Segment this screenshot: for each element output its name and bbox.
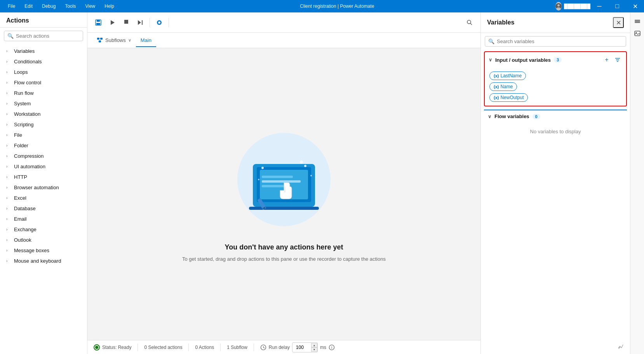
var-chip-newoutput[interactable]: (x) NewOutput: [489, 93, 528, 102]
stop-button[interactable]: [120, 16, 132, 29]
var-chip-lastname-label: LastName: [500, 73, 522, 78]
var-section-actions: +: [602, 55, 622, 65]
action-item-label: File: [14, 132, 22, 138]
input-output-variables-section: ∨ Input / output variables 3 + (x) LastN…: [484, 51, 627, 106]
actions-search-box[interactable]: 🔍: [4, 31, 83, 41]
action-item-outlook[interactable]: › Outlook: [0, 235, 87, 245]
action-item-label: Conditionals: [14, 59, 42, 65]
svg-rect-24: [249, 207, 319, 210]
input-output-section-header[interactable]: ∨ Input / output variables 3 +: [485, 52, 626, 68]
flow-section-label: Flow variables: [494, 113, 529, 119]
action-item-browser-automation[interactable]: › Browser automation: [0, 182, 87, 193]
action-item-folder[interactable]: › Folder: [0, 140, 87, 151]
menu-view[interactable]: View: [80, 2, 100, 10]
action-item-exchange[interactable]: › Exchange: [0, 224, 87, 235]
search-toolbar-button[interactable]: [463, 16, 476, 29]
save-button[interactable]: [92, 16, 104, 29]
tab-main[interactable]: Main: [136, 34, 156, 47]
svg-rect-15: [100, 38, 103, 40]
menu-tools[interactable]: Tools: [60, 2, 80, 10]
action-item-file[interactable]: › File: [0, 130, 87, 140]
action-item-label: Folder: [14, 143, 28, 148]
content-area: Subflows ∨ Main: [87, 12, 480, 354]
menu-debug[interactable]: Debug: [37, 2, 60, 10]
action-item-label: Browser automation: [14, 185, 59, 190]
chevron-right-icon: ›: [6, 80, 11, 85]
menu-edit[interactable]: Edit: [20, 2, 37, 10]
status-text: Status: Ready: [102, 345, 131, 350]
action-item-email[interactable]: › Email: [0, 214, 87, 224]
action-item-label: Excel: [14, 195, 26, 201]
maximize-button[interactable]: □: [608, 0, 626, 12]
record-button[interactable]: [153, 16, 165, 29]
menu-bar: File Edit Debug Tools View Help: [0, 2, 119, 10]
action-item-run-flow[interactable]: › Run flow: [0, 88, 87, 98]
action-item-label: Workstation: [14, 111, 40, 117]
action-item-http[interactable]: › HTTP: [0, 172, 87, 182]
action-item-label: Exchange: [14, 227, 37, 232]
image-button[interactable]: [632, 28, 643, 39]
svg-point-12: [467, 20, 471, 24]
var-chip-lastname[interactable]: (x) LastName: [489, 71, 526, 80]
svg-rect-4: [97, 20, 100, 22]
input-output-section-label: Input / output variables: [495, 57, 551, 63]
spinner-down[interactable]: ▼: [311, 347, 317, 352]
action-item-loops[interactable]: › Loops: [0, 67, 87, 77]
filter-variables-button[interactable]: [613, 55, 622, 65]
svg-rect-42: [635, 20, 640, 21]
var-chip-name[interactable]: (x) Name: [489, 82, 517, 91]
variables-close-button[interactable]: ✕: [613, 17, 624, 28]
svg-point-27: [304, 165, 306, 167]
flow-section-header[interactable]: ∨ Flow variables 0: [484, 110, 627, 122]
flow-variables-section: ∨ Flow variables 0 No variables to displ…: [484, 110, 627, 141]
step-button[interactable]: [134, 16, 146, 29]
run-delay-input[interactable]: [292, 343, 311, 352]
layers-button[interactable]: [632, 16, 643, 26]
spinner-controls: ▲ ▼: [311, 343, 317, 352]
variables-search-input[interactable]: [497, 38, 623, 44]
action-item-label: System: [14, 101, 31, 106]
var-item-lastname: (x) LastName: [489, 71, 621, 80]
svg-point-26: [261, 167, 264, 169]
action-item-conditionals[interactable]: › Conditionals: [0, 56, 87, 67]
status-dot-inner: [95, 346, 98, 349]
variables-header: Variables ✕: [481, 12, 630, 33]
menu-file[interactable]: File: [3, 2, 20, 10]
actions-count: 0 Actions: [195, 345, 214, 350]
subflow-count: 1 Subflow: [227, 345, 247, 350]
status-separator: [138, 344, 138, 351]
action-item-label: Flow control: [14, 80, 41, 85]
action-item-message-boxes[interactable]: › Message boxes: [0, 245, 87, 256]
minimize-button[interactable]: ─: [590, 0, 608, 12]
spinner-up[interactable]: ▲: [311, 343, 317, 347]
action-item-ui-automation[interactable]: › UI automation: [0, 161, 87, 172]
variables-search-box[interactable]: 🔍: [485, 36, 626, 47]
action-item-excel[interactable]: › Excel: [0, 193, 87, 203]
action-item-flow-control[interactable]: › Flow control: [0, 77, 87, 88]
chevron-down-icon: ∨: [128, 38, 131, 43]
action-item-mouse-keyboard[interactable]: › Mouse and keyboard: [0, 256, 87, 266]
window-title: Client registration | Power Automate: [119, 3, 555, 9]
empty-canvas-subtitle: To get started, drag and drop actions to…: [182, 255, 386, 263]
action-item-label: Variables: [14, 48, 35, 54]
action-item-system[interactable]: › System: [0, 98, 87, 109]
add-variable-button[interactable]: +: [602, 55, 611, 65]
action-item-workstation[interactable]: › Workstation: [0, 109, 87, 119]
status-separator-4: [254, 344, 254, 351]
action-item-database[interactable]: › Database: [0, 203, 87, 214]
user-avatar[interactable]: ████████: [555, 0, 590, 12]
svg-marker-8: [138, 20, 141, 25]
menu-help[interactable]: Help: [100, 2, 119, 10]
chevron-right-icon: ›: [6, 185, 11, 190]
action-item-variables[interactable]: › Variables: [0, 46, 87, 56]
svg-rect-21: [262, 176, 293, 178]
action-item-compression[interactable]: › Compression: [0, 151, 87, 161]
play-button[interactable]: [106, 16, 118, 29]
input-output-var-items: (x) LastName (x) Name (x) NewOutput: [485, 68, 626, 106]
tab-subflows[interactable]: Subflows ∨: [92, 34, 136, 47]
close-button[interactable]: ✕: [626, 0, 644, 12]
action-item-scripting[interactable]: › Scripting: [0, 119, 87, 130]
svg-point-11: [158, 21, 160, 24]
clear-variables-button[interactable]: [616, 342, 625, 351]
actions-search-input[interactable]: [16, 33, 81, 39]
